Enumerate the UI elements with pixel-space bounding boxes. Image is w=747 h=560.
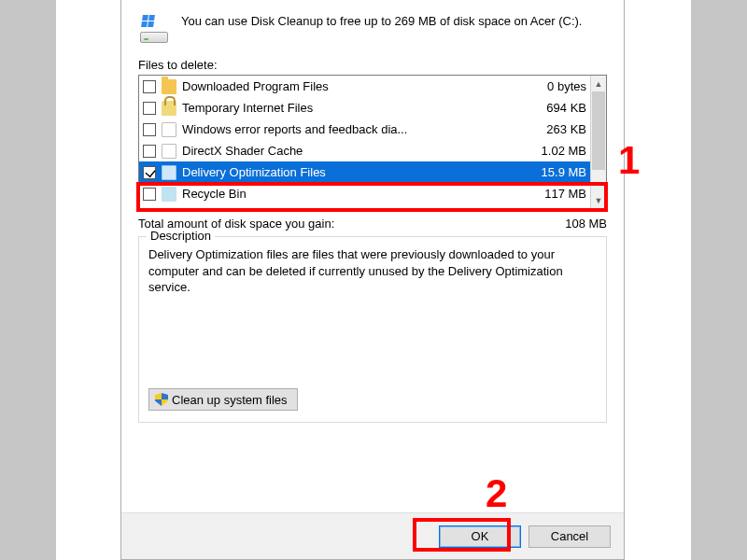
scroll-down-icon[interactable]: ▼	[591, 192, 606, 208]
list-item-label: Recycle Bin	[182, 187, 517, 201]
intro-row: You can use Disk Cleanup to free up to 2…	[138, 13, 607, 45]
page-icon	[162, 165, 176, 180]
list-item-size: 694 KB	[523, 101, 586, 115]
files-to-delete-label: Files to delete:	[138, 58, 607, 72]
list-item[interactable]: Delivery Optimization Files15.9 MB	[139, 161, 590, 183]
description-legend: Description	[147, 229, 215, 243]
scroll-up-icon[interactable]: ▲	[591, 76, 606, 91]
total-value: 108 MB	[565, 217, 607, 231]
dialog-content: You can use Disk Cleanup to free up to 2…	[121, 0, 624, 512]
list-item-size: 117 MB	[523, 187, 586, 201]
list-item-label: Delivery Optimization Files	[182, 165, 517, 179]
recycle-icon	[162, 187, 176, 202]
list-item-label: Windows error reports and feedback dia..…	[182, 122, 517, 136]
scroll-thumb[interactable]	[592, 91, 605, 170]
cancel-button[interactable]: Cancel	[529, 525, 611, 548]
checkbox[interactable]	[143, 145, 156, 158]
scrollbar[interactable]: ▲ ▼	[590, 76, 606, 208]
list-item[interactable]: Windows error reports and feedback dia..…	[139, 119, 590, 140]
list-item-size: 0 bytes	[523, 79, 586, 93]
dialog-footer: OK Cancel	[121, 512, 624, 559]
list-item[interactable]: Downloaded Program Files0 bytes	[139, 76, 590, 97]
list-item-label: Downloaded Program Files	[182, 79, 517, 93]
ok-button[interactable]: OK	[439, 525, 521, 548]
checkbox[interactable]	[143, 80, 156, 93]
list-item-size: 15.9 MB	[523, 165, 586, 179]
description-text: Delivery Optimization files are files th…	[148, 246, 597, 296]
list-item[interactable]: DirectX Shader Cache1.02 MB	[139, 140, 590, 161]
folder-icon	[162, 79, 176, 94]
checkbox[interactable]	[143, 123, 156, 136]
doc-icon	[162, 144, 176, 159]
list-item-label: Temporary Internet Files	[182, 101, 517, 115]
checkbox[interactable]	[143, 102, 156, 115]
intro-text: You can use Disk Cleanup to free up to 2…	[181, 13, 582, 45]
doc-icon	[162, 122, 176, 137]
files-list: Downloaded Program Files0 bytesTemporary…	[139, 76, 590, 208]
uac-shield-icon	[155, 393, 168, 406]
drive-icon	[138, 13, 170, 45]
clean-up-system-files-button[interactable]: Clean up system files	[148, 388, 298, 411]
list-item[interactable]: Temporary Internet Files694 KB	[139, 97, 590, 119]
list-item-size: 1.02 MB	[523, 144, 586, 158]
checkbox[interactable]	[143, 188, 156, 201]
description-group: Description Delivery Optimization files …	[138, 236, 607, 423]
clean-up-system-files-label: Clean up system files	[172, 393, 288, 407]
lock-icon	[162, 101, 176, 116]
disk-cleanup-dialog: You can use Disk Cleanup to free up to 2…	[120, 0, 625, 560]
list-item[interactable]: Recycle Bin117 MB	[139, 183, 590, 204]
scroll-track[interactable]	[591, 91, 606, 192]
list-item-label: DirectX Shader Cache	[182, 144, 517, 158]
list-item-size: 263 KB	[523, 122, 586, 136]
checkbox[interactable]	[143, 166, 156, 179]
files-listbox[interactable]: Downloaded Program Files0 bytesTemporary…	[138, 75, 607, 209]
